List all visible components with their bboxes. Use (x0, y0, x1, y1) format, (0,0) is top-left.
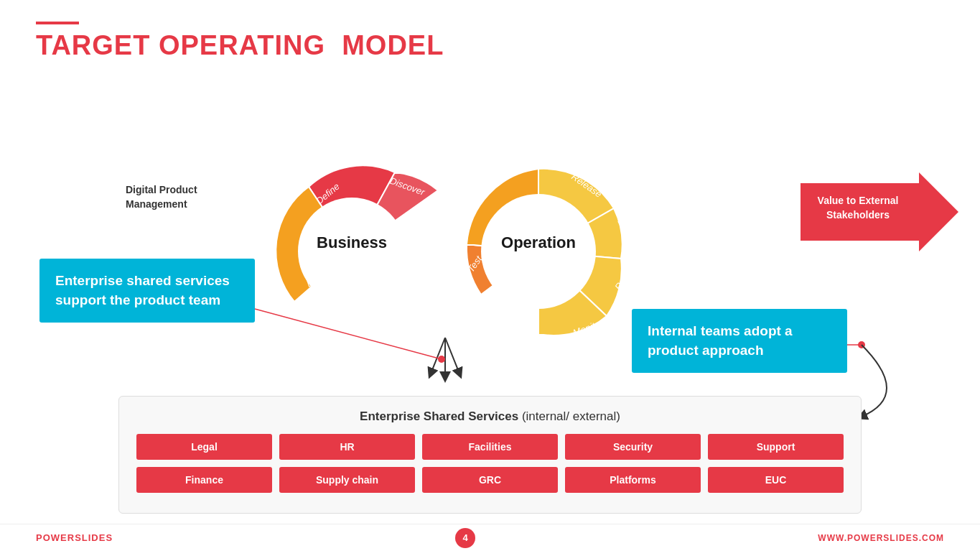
service-security: Security (565, 434, 701, 460)
svg-text:Business: Business (317, 233, 387, 251)
services-row-2: Finance Supply chain GRC Platforms EUC (136, 467, 844, 493)
enterprise-callout-box: Enterprise shared services support the p… (39, 259, 255, 323)
enterprise-callout-text: Enterprise shared services support the p… (55, 273, 230, 307)
svg-line-12 (431, 338, 445, 374)
svg-point-5 (481, 194, 596, 309)
title-red: MODEL (342, 30, 444, 60)
brand-black: POWER (36, 532, 75, 543)
internal-callout-text: Internal teams adopt a product approach (648, 323, 793, 358)
internal-callout-box: Internal teams adopt a product approach (632, 309, 847, 373)
service-platforms: Platforms (565, 467, 701, 493)
svg-point-18 (858, 341, 865, 348)
service-support: Support (708, 434, 844, 460)
footer: POWERSLIDES 4 WWW.POWERSLIDES.COM (0, 524, 980, 551)
footer-url: WWW.POWERSLIDES.COM (818, 533, 944, 543)
brand-red: SLIDES (75, 532, 113, 543)
services-row-1: Legal HR Facilities Security Support (136, 434, 844, 460)
page-number: 4 (455, 528, 475, 548)
header-accent-line (36, 22, 79, 24)
service-legal: Legal (136, 434, 272, 460)
ess-title: Enterprise Shared Services (internal/ ex… (136, 409, 844, 424)
service-finance: Finance (136, 467, 272, 493)
svg-text:Operation: Operation (501, 233, 576, 251)
service-hr: HR (279, 434, 415, 460)
brand-logo: POWERSLIDES (36, 532, 113, 543)
service-grc: GRC (422, 467, 558, 493)
svg-text:Value to External: Value to External (818, 195, 899, 206)
svg-text:Stakeholders: Stakeholders (826, 209, 890, 221)
dpm-label: Digital Product Management (126, 183, 197, 211)
service-euc: EUC (708, 467, 844, 493)
service-facilities: Facilities (422, 434, 558, 460)
svg-point-0 (298, 198, 406, 305)
header: TARGET OPERATING MODEL (36, 22, 444, 61)
title-black: TARGET OPERATING (36, 30, 325, 60)
value-arrow: Value to External Stakeholders (801, 172, 958, 251)
enterprise-shared-services-section: Enterprise Shared Services (internal/ ex… (118, 396, 862, 514)
page-title: TARGET OPERATING MODEL (36, 30, 444, 61)
service-supply-chain: Supply chain (279, 467, 415, 493)
svg-line-14 (445, 338, 459, 374)
